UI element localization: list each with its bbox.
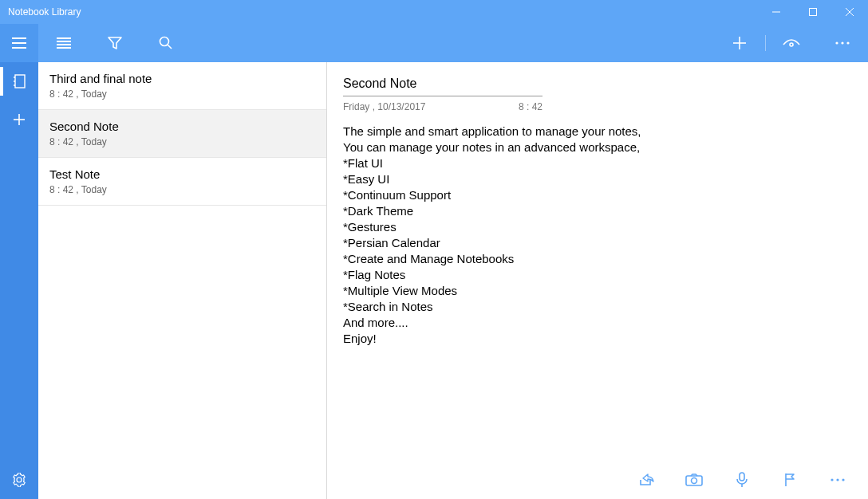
close-button[interactable] xyxy=(831,0,868,24)
sidebar-notebooks-button[interactable] xyxy=(0,62,38,100)
svg-point-27 xyxy=(692,478,697,484)
hamburger-button[interactable] xyxy=(0,24,38,62)
plus-icon xyxy=(13,113,26,126)
camera-button[interactable] xyxy=(670,464,718,496)
flag-icon xyxy=(783,473,796,487)
detail-title[interactable]: Second Note xyxy=(343,77,542,96)
note-item[interactable]: Third and final note 8 : 42 , Today xyxy=(38,62,326,110)
note-meta: 8 : 42 , Today xyxy=(49,88,315,100)
detail-time: 8 : 42 xyxy=(519,101,542,112)
share-icon xyxy=(638,473,654,487)
svg-point-12 xyxy=(160,37,169,46)
svg-point-31 xyxy=(831,478,833,481)
microphone-button[interactable] xyxy=(718,464,766,496)
search-button[interactable] xyxy=(140,24,191,62)
detail-toolbar xyxy=(327,461,868,499)
sidebar xyxy=(0,62,38,499)
more-icon xyxy=(835,41,850,45)
list-icon xyxy=(57,37,71,49)
svg-point-19 xyxy=(846,41,849,44)
note-title: Third and final note xyxy=(49,72,315,85)
share-button[interactable] xyxy=(622,464,670,496)
title-bar: Notebook Library xyxy=(0,0,868,24)
sidebar-add-button[interactable] xyxy=(0,100,38,139)
eye-icon xyxy=(783,37,800,49)
note-meta: 8 : 42 , Today xyxy=(49,184,315,195)
svg-point-32 xyxy=(836,478,838,481)
microphone-icon xyxy=(736,472,748,488)
svg-line-13 xyxy=(168,45,172,49)
svg-rect-28 xyxy=(740,473,744,481)
svg-rect-1 xyxy=(810,9,817,16)
camera-icon xyxy=(685,473,703,486)
detail-meta: Friday , 10/13/2017 8 : 42 xyxy=(343,101,542,112)
svg-point-18 xyxy=(841,41,843,44)
new-note-button[interactable] xyxy=(714,24,765,62)
note-detail: Second Note Friday , 10/13/2017 8 : 42 T… xyxy=(327,62,868,499)
notebook-icon xyxy=(13,74,26,88)
more-icon xyxy=(831,478,845,481)
note-list[interactable]: Third and final note 8 : 42 , Today Seco… xyxy=(38,62,327,499)
window-title: Notebook Library xyxy=(8,6,758,18)
hamburger-icon xyxy=(12,37,26,49)
detail-date: Friday , 10/13/2017 xyxy=(343,101,519,112)
svg-point-17 xyxy=(835,41,838,44)
toolbar xyxy=(0,24,868,62)
maximize-button[interactable] xyxy=(795,0,831,24)
more-button[interactable] xyxy=(817,24,868,62)
search-icon xyxy=(159,36,173,50)
svg-rect-20 xyxy=(15,75,25,88)
note-title: Second Note xyxy=(49,120,315,133)
svg-point-33 xyxy=(842,478,844,481)
note-item[interactable]: Test Note 8 : 42 , Today xyxy=(38,158,326,206)
filter-button[interactable] xyxy=(89,24,140,62)
funnel-icon xyxy=(108,37,122,49)
plus-icon xyxy=(732,36,747,50)
flag-button[interactable] xyxy=(766,464,814,496)
gear-icon xyxy=(12,473,26,487)
detail-body[interactable]: The simple and smart application to mana… xyxy=(343,124,852,347)
detail-more-button[interactable] xyxy=(814,464,862,496)
minimize-button[interactable] xyxy=(758,0,795,24)
svg-point-16 xyxy=(790,43,793,46)
svg-marker-11 xyxy=(108,37,121,49)
settings-button[interactable] xyxy=(0,461,38,499)
list-view-button[interactable] xyxy=(38,24,89,62)
note-meta: 8 : 42 , Today xyxy=(49,136,315,147)
visibility-button[interactable] xyxy=(766,24,817,62)
note-item[interactable]: Second Note 8 : 42 , Today xyxy=(38,110,326,158)
window-controls xyxy=(758,0,868,24)
note-title: Test Note xyxy=(49,167,315,181)
